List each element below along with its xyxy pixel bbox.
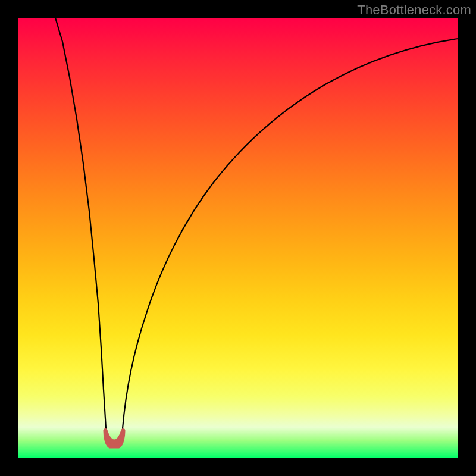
plot-area [18, 18, 458, 458]
watermark-text: TheBottleneck.com [357, 2, 471, 18]
outer-frame: TheBottleneck.com [0, 0, 476, 476]
bump-layer [18, 18, 458, 458]
valley-bump [105, 431, 123, 446]
